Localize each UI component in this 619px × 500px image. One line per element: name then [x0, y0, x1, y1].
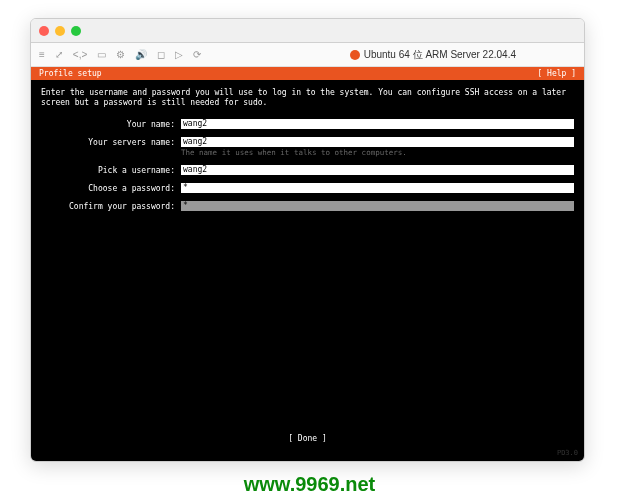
terminal: Profile setup [ Help ] Enter the usernam… [31, 67, 584, 461]
close-icon[interactable] [39, 26, 49, 36]
password-label: Choose a password: [41, 183, 181, 193]
traffic-lights [39, 26, 81, 36]
password-row: Choose a password: * [41, 183, 574, 193]
content: Enter the username and password you will… [31, 80, 584, 227]
camera-icon[interactable]: ◻ [157, 49, 165, 60]
minimize-icon[interactable] [55, 26, 65, 36]
gear-icon[interactable]: ⚙ [116, 49, 125, 60]
vm-title-text: Ubuntu 64 位 ARM Server 22.04.4 [364, 48, 516, 62]
toolbar: ≡ ⤢ <,> ▭ ⚙ 🔊 ◻ ▷ ⟳ Ubuntu 64 位 ARM Serv… [31, 43, 584, 67]
menu-icon[interactable]: ≡ [39, 49, 45, 60]
maximize-icon[interactable] [71, 26, 81, 36]
toolbar-icons: ≡ ⤢ <,> ▭ ⚙ 🔊 ◻ ▷ ⟳ [39, 49, 201, 60]
footer: [ Done ] [31, 434, 584, 443]
confirm-row: Confirm your password: * [41, 201, 574, 211]
help-button[interactable]: [ Help ] [537, 69, 576, 78]
vm-watermark: PD3.0 [557, 449, 578, 457]
expand-icon[interactable]: ⤢ [55, 49, 63, 60]
watermark: www.9969.net [244, 473, 376, 496]
server-hint: The name it uses when it talks to other … [181, 148, 574, 157]
window-icon[interactable]: ▭ [97, 49, 106, 60]
vm-title: Ubuntu 64 位 ARM Server 22.04.4 [350, 48, 516, 62]
password-input[interactable]: * [181, 183, 574, 193]
username-input[interactable]: wang2 [181, 165, 574, 175]
server-input[interactable]: wang2 [181, 137, 574, 147]
confirm-input[interactable]: * [181, 201, 574, 211]
done-button[interactable]: [ Done ] [288, 434, 327, 443]
server-label: Your servers name: [41, 137, 181, 147]
vm-window: ≡ ⤢ <,> ▭ ⚙ 🔊 ◻ ▷ ⟳ Ubuntu 64 位 ARM Serv… [30, 18, 585, 462]
refresh-icon[interactable]: ⟳ [193, 49, 201, 60]
name-row: Your name: wang2 [41, 119, 574, 129]
confirm-label: Confirm your password: [41, 201, 181, 211]
name-input[interactable]: wang2 [181, 119, 574, 129]
username-label: Pick a username: [41, 165, 181, 175]
sound-icon[interactable]: 🔊 [135, 49, 147, 60]
ubuntu-icon [350, 50, 360, 60]
play-icon[interactable]: ▷ [175, 49, 183, 60]
installer-header: Profile setup [ Help ] [31, 67, 584, 80]
server-row: Your servers name: wang2 The name it use… [41, 137, 574, 157]
name-label: Your name: [41, 119, 181, 129]
username-row: Pick a username: wang2 [41, 165, 574, 175]
header-title: Profile setup [39, 69, 102, 78]
titlebar [31, 19, 584, 43]
intro-text: Enter the username and password you will… [41, 88, 574, 109]
code-icon[interactable]: <,> [73, 49, 87, 60]
